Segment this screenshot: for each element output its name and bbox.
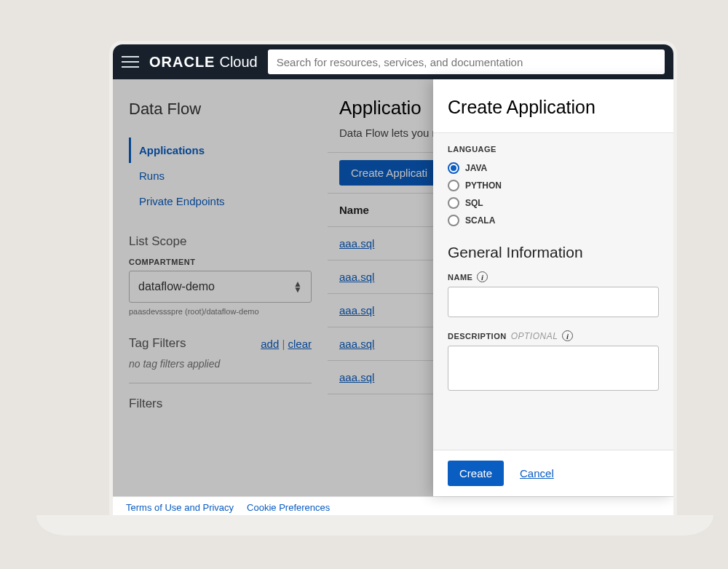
brand-light: Cloud [219, 54, 257, 71]
cancel-button[interactable]: Cancel [520, 467, 554, 480]
info-icon[interactable]: i [562, 330, 573, 341]
radio-python[interactable]: PYTHON [448, 177, 659, 194]
terms-link[interactable]: Terms of Use and Privacy [126, 502, 234, 513]
radio-label: JAVA [465, 163, 487, 173]
radio-scala[interactable]: SCALA [448, 212, 659, 229]
general-info-heading: General Information [448, 244, 659, 261]
radio-label: PYTHON [465, 180, 502, 191]
radio-java[interactable]: JAVA [448, 159, 659, 177]
radio-icon [448, 180, 459, 191]
radio-icon [448, 215, 459, 226]
name-field-label: NAME [448, 273, 472, 282]
radio-label: SQL [465, 198, 483, 208]
description-input[interactable] [448, 346, 659, 391]
info-icon[interactable]: i [477, 271, 488, 282]
language-label: LANGUAGE [448, 145, 659, 154]
hamburger-menu-icon[interactable] [122, 53, 139, 71]
radio-icon [448, 197, 459, 209]
create-button[interactable]: Create [448, 461, 504, 486]
radio-sql[interactable]: SQL [448, 194, 659, 212]
optional-tag: OPTIONAL [511, 331, 558, 341]
top-bar: ORACLE Cloud [113, 44, 673, 79]
brand-logo: ORACLE Cloud [149, 54, 258, 71]
radio-icon [448, 162, 459, 174]
name-input[interactable] [448, 287, 659, 317]
brand-strong: ORACLE [149, 54, 215, 71]
description-field-label: DESCRIPTION [448, 332, 507, 341]
laptop-base-decoration [36, 515, 713, 536]
cookie-prefs-link[interactable]: Cookie Preferences [247, 502, 330, 513]
create-application-drawer: Create Application LANGUAGE JAVA PYTHON … [433, 79, 673, 496]
drawer-title: Create Application [433, 79, 673, 132]
search-input[interactable] [268, 49, 665, 74]
radio-label: SCALA [465, 215, 495, 226]
